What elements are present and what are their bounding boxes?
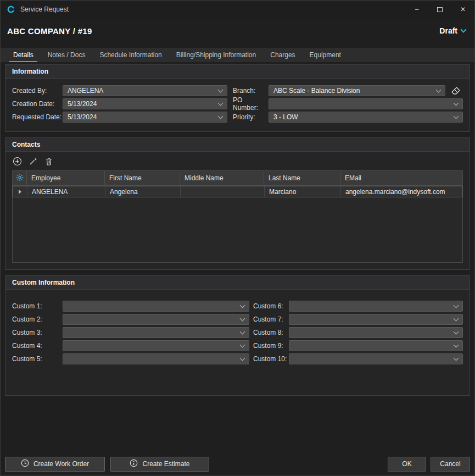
chevron-down-icon [240,329,245,334]
chevron-down-icon [454,100,459,106]
column-chooser-cell[interactable] [13,171,27,185]
custom-2-combo[interactable] [63,314,249,325]
status-dropdown[interactable]: Draft [439,26,466,35]
field-row: Custom 2: Custom 7: [12,314,463,325]
custom-6-combo[interactable] [289,301,463,312]
add-contact-icon[interactable] [13,157,22,166]
custom-2-label: Custom 2: [12,316,63,323]
custom-9-combo[interactable] [289,340,463,351]
tab-details[interactable]: Details [6,48,41,62]
create-work-order-button[interactable]: Create Work Order [5,457,105,472]
expand-row-icon [19,190,21,194]
tab-notes-docs[interactable]: Notes / Docs [41,48,93,62]
chevron-down-icon [454,355,459,361]
custom-10-label: Custom 10: [253,355,289,363]
cell-middle-name[interactable] [181,186,265,197]
branch-combo[interactable]: ABC Scale - Balance Division [269,85,445,96]
column-chooser-icon [16,174,24,183]
chevron-down-icon [240,316,245,321]
custom-5-combo[interactable] [63,353,249,364]
chevron-down-icon [454,316,459,321]
chevron-down-icon [240,355,245,361]
maximize-button[interactable] [428,1,451,18]
field-row: Creation Date: 5/13/2024 PO Number: [12,98,463,109]
tab-equipment[interactable]: Equipment [303,48,348,62]
cell-last-name[interactable]: Marciano [265,186,341,197]
custom-10-combo[interactable] [289,353,463,364]
custom-8-label: Custom 8: [253,329,289,336]
custom-9-label: Custom 9: [253,342,289,350]
requested-date-combo[interactable]: 5/13/2024 [63,112,227,123]
edit-contact-wand-icon[interactable] [29,157,38,166]
chevron-down-icon [460,26,466,32]
contacts-grid: Employee First Name Middle Name Last Nam… [12,170,463,263]
po-number-label: PO Number: [233,96,269,112]
field-row: Requested Date: 5/13/2024 Priority: 3 - … [12,112,463,123]
chevron-down-icon [240,342,245,347]
priority-combo[interactable]: 3 - LOW [269,112,463,123]
field-row: Custom 5: Custom 10: [12,353,463,364]
content-area: Information Created By: ANGELENA Branch:… [1,64,474,396]
tab-charges[interactable]: Charges [263,48,302,62]
contacts-panel: Contacts [5,137,470,270]
eraser-icon[interactable] [449,86,463,95]
creation-date-label: Creation Date: [12,100,63,108]
field-row: Custom 4: Custom 9: [12,340,463,351]
custom-3-combo[interactable] [63,327,249,338]
create-work-order-label: Create Work Order [33,460,89,468]
column-header-email[interactable]: EMail [340,171,462,185]
contacts-toolbar [5,152,470,170]
custom-7-combo[interactable] [289,314,463,325]
minimize-icon: – [415,5,419,13]
field-row: Custom 1: Custom 6: [12,301,463,312]
tab-schedule-information[interactable]: Schedule Information [92,48,169,62]
window-title: Service Request [20,5,69,13]
chevron-down-icon [454,342,459,347]
cell-employee[interactable]: ANGELENA [27,186,105,197]
window-controls: – ✕ [405,1,474,18]
field-row: Custom 3: Custom 8: [12,327,463,338]
cell-email[interactable]: angelena.marciano@indysoft.com [341,186,462,197]
cell-first-name[interactable]: Angelena [105,186,181,197]
chevron-down-icon [218,87,223,92]
custom-information-panel-title: Custom Information [5,276,470,290]
custom-information-panel: Custom Information Custom 1: Custom 6: C… [5,275,470,396]
branch-label: Branch: [233,87,269,95]
chevron-down-icon [454,302,459,308]
information-panel: Information Created By: ANGELENA Branch:… [5,64,470,132]
contact-row[interactable]: ANGELENA Angelena Marciano angelena.marc… [13,186,462,197]
custom-1-combo[interactable] [63,301,249,312]
ok-button[interactable]: OK [388,457,426,472]
create-estimate-label: Create Estimate [142,460,189,468]
contacts-grid-header: Employee First Name Middle Name Last Nam… [13,171,462,186]
row-expander-cell[interactable] [13,186,27,197]
created-by-combo[interactable]: ANGELENA [63,85,227,96]
chevron-down-icon [218,100,223,106]
page-title: ABC COMPANY / #19 [7,26,92,36]
column-header-employee[interactable]: Employee [27,171,105,185]
minimize-button[interactable]: – [405,1,428,18]
custom-5-label: Custom 5: [12,355,63,363]
cancel-button[interactable]: Cancel [431,457,470,472]
titlebar: Service Request – ✕ [1,1,474,18]
column-header-middle-name[interactable]: Middle Name [180,171,264,185]
chevron-down-icon [240,302,245,308]
delete-contact-trash-icon[interactable] [44,157,53,166]
custom-4-label: Custom 4: [12,342,63,350]
create-estimate-button[interactable]: Create Estimate [110,457,209,472]
column-header-last-name[interactable]: Last Name [264,171,340,185]
creation-date-value: 5/13/2024 [68,100,214,108]
custom-4-combo[interactable] [63,340,249,351]
custom-3-label: Custom 3: [12,329,63,336]
close-button[interactable]: ✕ [451,1,474,18]
creation-date-combo[interactable]: 5/13/2024 [63,98,227,109]
po-number-combo[interactable] [269,98,463,109]
column-header-first-name[interactable]: First Name [105,171,180,185]
tab-billing-shipping-information[interactable]: Billing/Shipping Information [169,48,263,62]
custom-7-label: Custom 7: [253,316,289,323]
chevron-down-icon [436,87,442,92]
chevron-down-icon [454,329,459,334]
custom-8-combo[interactable] [289,327,463,338]
field-row: Created By: ANGELENA Branch: ABC Scale -… [12,85,463,96]
app-logo-icon [6,4,16,14]
